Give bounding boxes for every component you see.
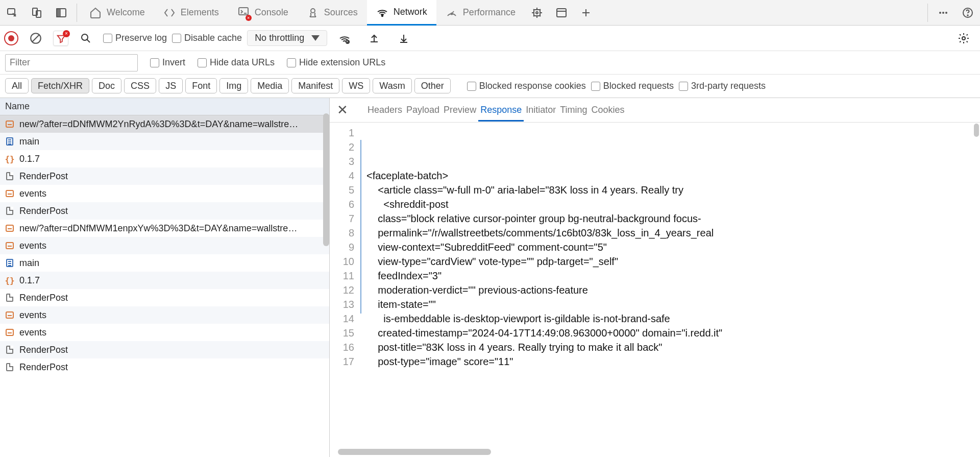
- request-row[interactable]: {}0.1.7: [0, 150, 329, 167]
- network-toolbar: × Preserve log Disable cache No throttli…: [0, 26, 980, 51]
- request-row[interactable]: main: [0, 254, 329, 272]
- tab-performance[interactable]: Performance: [436, 0, 525, 26]
- svg-point-13: [942, 12, 944, 14]
- blocked-requests-checkbox[interactable]: Blocked requests: [591, 81, 674, 91]
- scrollbar-horizontal[interactable]: [338, 449, 491, 455]
- detail-tab-cookies[interactable]: Cookies: [590, 100, 627, 120]
- file-icon: [5, 206, 14, 215]
- request-name: RenderPost: [19, 293, 68, 303]
- type-filter-media[interactable]: Media: [251, 78, 289, 93]
- request-row[interactable]: RenderPost: [0, 167, 329, 185]
- tab-welcome[interactable]: Welcome: [80, 0, 154, 26]
- application-icon[interactable]: [550, 2, 573, 24]
- tab-sources[interactable]: Sources: [298, 0, 367, 26]
- memory-icon[interactable]: [526, 2, 548, 24]
- search-icon[interactable]: [75, 27, 97, 50]
- export-har-icon[interactable]: [393, 27, 415, 50]
- detail-tab-payload[interactable]: Payload: [404, 100, 442, 120]
- more-icon[interactable]: [932, 2, 954, 24]
- line-gutter: 1234567891011121314151617: [330, 123, 360, 457]
- type-filter-manifest[interactable]: Manifest: [291, 78, 339, 93]
- type-filter-fetchxhr[interactable]: Fetch/XHR: [31, 78, 89, 93]
- filter-active-badge: ×: [63, 30, 70, 37]
- device-emulation-icon[interactable]: [26, 2, 48, 24]
- xhr-icon: [5, 119, 14, 129]
- help-icon[interactable]: [957, 2, 979, 24]
- settings-icon[interactable]: [952, 27, 975, 50]
- request-row[interactable]: RenderPost: [0, 202, 329, 220]
- detail-tab-preview[interactable]: Preview: [442, 100, 478, 120]
- close-detail-button[interactable]: ✕: [334, 102, 351, 118]
- scrollbar-vertical[interactable]: [974, 124, 979, 137]
- blocked-cookies-checkbox[interactable]: Blocked response cookies: [467, 81, 586, 91]
- tab-network[interactable]: Network: [367, 0, 436, 26]
- import-har-icon[interactable]: [363, 27, 385, 50]
- request-row[interactable]: RenderPost: [0, 358, 329, 376]
- type-filter-font[interactable]: Font: [185, 78, 217, 93]
- json-icon: {}: [5, 276, 14, 285]
- type-filter-ws[interactable]: WS: [342, 78, 370, 93]
- type-filter-js[interactable]: JS: [159, 78, 183, 93]
- third-party-checkbox[interactable]: 3rd-party requests: [679, 81, 766, 91]
- clear-button[interactable]: [24, 27, 47, 50]
- add-tab-icon[interactable]: [575, 2, 597, 24]
- request-name: events: [19, 240, 46, 251]
- filter-bar: Invert Hide data URLs Hide extension URL…: [0, 51, 980, 75]
- request-row[interactable]: main: [0, 133, 329, 150]
- chevron-down-icon: [311, 35, 320, 41]
- record-button[interactable]: [4, 31, 18, 45]
- request-name: main: [19, 136, 39, 147]
- request-list: Name new/?after=dDNfMWM2YnRydA%3D%3D&t=D…: [0, 98, 330, 457]
- svg-rect-4: [57, 9, 60, 17]
- document-icon: [5, 137, 14, 146]
- hide-extension-urls-checkbox[interactable]: Hide extension URLs: [287, 57, 385, 68]
- preserve-log-checkbox[interactable]: Preserve log: [103, 33, 167, 43]
- request-name: RenderPost: [19, 362, 68, 373]
- type-filter-wasm[interactable]: Wasm: [373, 78, 411, 93]
- detail-tab-response[interactable]: Response: [478, 100, 524, 122]
- disable-cache-checkbox[interactable]: Disable cache: [172, 33, 242, 43]
- hide-data-urls-checkbox[interactable]: Hide data URLs: [198, 57, 275, 68]
- file-icon: [5, 345, 14, 354]
- type-filter-all[interactable]: All: [5, 78, 29, 93]
- dock-side-icon[interactable]: [50, 2, 72, 24]
- request-row[interactable]: events: [0, 185, 329, 202]
- request-name: 0.1.7: [19, 275, 40, 286]
- detail-tab-headers[interactable]: Headers: [365, 100, 404, 120]
- scrollbar-vertical[interactable]: [323, 113, 329, 246]
- network-conditions-icon[interactable]: [333, 27, 356, 50]
- request-row[interactable]: new/?after=dDNfMWM2YnRydA%3D%3D&t=DAY&na…: [0, 115, 329, 133]
- tab-console[interactable]: × Console: [228, 0, 298, 26]
- detail-tab-timing[interactable]: Timing: [558, 100, 589, 120]
- detail-tab-initiator[interactable]: Initiator: [524, 100, 558, 120]
- type-filter-css[interactable]: CSS: [124, 78, 156, 93]
- filter-toggle-button[interactable]: ×: [53, 31, 68, 46]
- column-header-name[interactable]: Name: [0, 98, 329, 115]
- request-row[interactable]: {}0.1.7: [0, 272, 329, 289]
- request-name: new/?after=dDNfMWM2YnRydA%3D%3D&t=DAY&na…: [19, 119, 298, 130]
- request-row[interactable]: events: [0, 306, 329, 324]
- svg-point-12: [939, 12, 941, 14]
- request-row[interactable]: new/?after=dDNfMWM1enpxYw%3D%3D&t=DAY&na…: [0, 220, 329, 237]
- type-filter-img[interactable]: Img: [219, 78, 248, 93]
- type-filter-other[interactable]: Other: [414, 78, 451, 93]
- request-row[interactable]: events: [0, 324, 329, 341]
- request-name: main: [19, 258, 39, 269]
- request-name: events: [19, 188, 46, 199]
- type-filter-doc[interactable]: Doc: [92, 78, 121, 93]
- request-row[interactable]: events: [0, 237, 329, 254]
- inspect-icon[interactable]: [1, 2, 23, 24]
- svg-point-18: [82, 34, 88, 40]
- invert-checkbox[interactable]: Invert: [150, 57, 185, 68]
- request-name: RenderPost: [19, 345, 68, 355]
- separator: [77, 4, 77, 22]
- request-row[interactable]: RenderPost: [0, 289, 329, 306]
- tab-elements[interactable]: Elements: [154, 0, 228, 26]
- response-body[interactable]: 1234567891011121314151617 <faceplate-bat…: [330, 123, 980, 457]
- tab-label: Network: [394, 7, 427, 17]
- request-row[interactable]: RenderPost: [0, 341, 329, 358]
- throttling-select[interactable]: No throttling: [247, 30, 327, 46]
- detail-tabs: ✕ HeadersPayloadPreviewResponseInitiator…: [330, 98, 980, 123]
- filter-input[interactable]: [5, 54, 138, 71]
- tab-label: Sources: [324, 7, 358, 18]
